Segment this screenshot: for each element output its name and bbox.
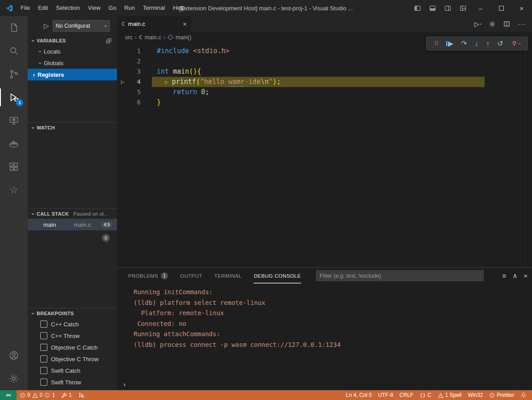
remote-explorer-icon[interactable] (0, 109, 28, 132)
collapse-all-icon[interactable] (106, 38, 112, 44)
editor-scrollbar[interactable] (525, 32, 532, 268)
run-debug-icon[interactable]: 1 (0, 86, 28, 109)
tab-output[interactable]: OUTPUT (180, 268, 202, 283)
tab-main-c[interactable]: C main.c × (117, 16, 192, 32)
variables-scope-registers[interactable]: › Registers (28, 69, 117, 80)
extensions-icon[interactable] (0, 155, 28, 179)
checkbox[interactable] (40, 321, 47, 328)
menu-file[interactable]: File (17, 0, 34, 16)
accounts-icon[interactable] (0, 344, 28, 367)
maximize-button[interactable] (491, 0, 511, 16)
menu-view[interactable]: View (84, 0, 105, 16)
breakpoints-title: BREAKPOINTS (37, 311, 74, 316)
variables-scope-locals[interactable]: › Locals (28, 46, 117, 57)
editor-settings-gear-icon[interactable] (489, 21, 496, 28)
glyph-margin[interactable] (117, 97, 129, 108)
step-out-icon[interactable]: ↑ (486, 40, 490, 47)
toggle-sidebar-icon[interactable] (410, 0, 425, 16)
variables-scope-globals[interactable]: › Globals (28, 57, 117, 69)
tab-terminal[interactable]: TERMINAL (214, 268, 242, 283)
checkbox[interactable] (40, 367, 47, 374)
watch-header[interactable]: › WATCH (28, 123, 117, 133)
disconnect-icon[interactable]: › (511, 40, 520, 47)
eol-status[interactable]: CRLF (396, 390, 416, 400)
spell-checker-status[interactable]: 1 Spell (435, 390, 465, 400)
breakpoints-header[interactable]: › BREAKPOINTS (28, 308, 117, 318)
menu-bar: File Edit Selection View Go Run Terminal… (17, 0, 189, 16)
problems-status[interactable]: 0 0 1 (17, 390, 58, 400)
panel-menu-icon[interactable]: ≡ (502, 272, 506, 279)
minimize-button[interactable]: – (470, 0, 491, 16)
breadcrumb-symbol[interactable]: main() (176, 34, 191, 41)
platform-status[interactable]: Win32 (465, 390, 486, 400)
breakpoint-swift-catch[interactable]: Swift Catch (28, 365, 117, 376)
stack-frame-row[interactable]: main main.c 4:5 (28, 219, 117, 230)
launch-row: ▷ No Configurat › (28, 16, 117, 36)
explorer-icon[interactable] (0, 16, 28, 39)
restart-icon[interactable]: ↺ (497, 40, 503, 47)
code-editor[interactable]: 1 #include <stdio.h> 2 3 int main(){ ▷ 4 (117, 43, 526, 268)
customize-layout-icon[interactable] (455, 0, 470, 16)
call-stack-header[interactable]: › CALL STACK Paused on st... (28, 209, 117, 219)
breakpoint-cpp-catch[interactable]: C++ Catch (28, 318, 117, 330)
checkbox[interactable] (40, 355, 47, 362)
menu-terminal[interactable]: Terminal (139, 0, 169, 16)
split-editor-icon[interactable] (503, 21, 510, 27)
glyph-margin[interactable] (117, 46, 129, 56)
breakpoint-cpp-throw[interactable]: C++ Throw (28, 330, 117, 342)
glyph-margin[interactable] (117, 87, 129, 97)
step-into-icon[interactable]: ↓ (475, 40, 478, 47)
toggle-secondary-sidebar-icon[interactable] (440, 0, 455, 16)
breakpoint-objc-throw[interactable]: Objective C Throw (28, 353, 117, 365)
session-count-badge: 0 (102, 234, 110, 242)
close-button[interactable]: × (511, 0, 532, 16)
close-panel-icon[interactable]: × (524, 272, 528, 279)
tab-problems[interactable]: PROBLEMS 1 (128, 268, 168, 283)
debug-status-icon[interactable] (75, 390, 88, 400)
console-filter-input[interactable] (316, 270, 484, 281)
menu-go[interactable]: Go (105, 0, 120, 16)
breadcrumb-file[interactable]: main.c (145, 34, 161, 41)
breakpoint-objc-catch[interactable]: Objective C Catch (28, 342, 117, 353)
tab-debug-console[interactable]: DEBUG CONSOLE (254, 268, 301, 283)
language-mode[interactable]: {} C (417, 390, 435, 400)
chevron-down-icon: › (103, 25, 109, 27)
docker-icon[interactable] (0, 132, 28, 155)
toolchain-status[interactable]: 1 (58, 390, 75, 400)
menu-edit[interactable]: Edit (34, 0, 52, 16)
settings-gear-icon[interactable] (0, 367, 28, 390)
debug-count-badge: 1 (16, 99, 23, 106)
continue-icon[interactable]: ▶ (446, 40, 453, 47)
remote-indicator[interactable]: >< (0, 390, 17, 400)
cursor-position[interactable]: Ln 4, Col 5 (343, 390, 375, 400)
favorites-star-icon[interactable]: ☆ (0, 179, 28, 202)
breadcrumb-folder[interactable]: src (125, 34, 133, 41)
breakpoint-swift-throw[interactable]: Swift Throw (28, 376, 117, 388)
prettier-status[interactable]: Prettier (486, 390, 517, 400)
run-or-debug-icon[interactable]: ▷ › (474, 21, 481, 28)
step-over-icon[interactable]: ↷ (461, 40, 467, 47)
glyph-margin[interactable] (117, 56, 129, 67)
checkbox[interactable] (40, 332, 47, 339)
menu-run[interactable]: Run (120, 0, 139, 16)
search-icon[interactable] (0, 39, 28, 62)
close-tab-icon[interactable]: × (183, 20, 187, 28)
more-actions-icon[interactable]: ··· (518, 20, 526, 28)
toolbar-grip-icon[interactable]: ⠿ (434, 41, 439, 46)
launch-config-dropdown[interactable]: No Configurat › (53, 20, 110, 32)
menu-selection[interactable]: Selection (52, 0, 84, 16)
source-control-icon[interactable] (0, 62, 28, 86)
current-frame-arrow-icon[interactable]: ▷ (117, 77, 129, 87)
glyph-margin[interactable] (117, 67, 129, 77)
encoding-status[interactable]: UTF-8 (375, 390, 396, 400)
start-debugging-icon[interactable]: ▷ (44, 22, 49, 30)
checkbox[interactable] (40, 379, 47, 386)
debug-console-output[interactable]: Running initCommands:(lldb) platform sel… (117, 283, 532, 350)
checkbox[interactable] (40, 344, 47, 351)
console-input-prompt-icon[interactable]: › (123, 381, 126, 388)
vscode-logo-icon (5, 4, 13, 12)
maximize-panel-chevron-icon[interactable]: ∧ (512, 272, 517, 280)
variables-header[interactable]: › VARIABLES (28, 36, 117, 46)
toggle-panel-icon[interactable] (425, 0, 440, 16)
notifications-bell-icon[interactable] (517, 390, 532, 400)
